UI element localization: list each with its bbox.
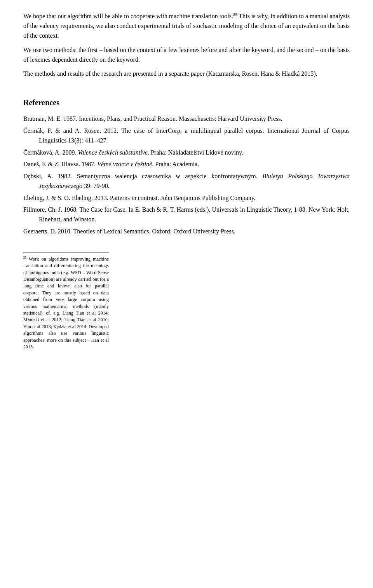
paragraph-2: We use two methods: the first – based on…: [23, 45, 350, 65]
ref-item-cermak: Čermák, F. & and A. Rosen. 2012. The cas…: [23, 126, 350, 146]
footnote-number: 25: [23, 256, 26, 259]
references-section: References Bratman, M. E. 1987. Intentio…: [23, 98, 350, 237]
references-list: Bratman, M. E. 1987. Intentions, Plans, …: [23, 114, 350, 237]
ref-danes-text: Daneš, F. & Z. Hlavsa. 1987. Větné vzorc…: [23, 161, 199, 167]
ref-bratman-text: Bratman, M. E. 1987. Intentions, Plans, …: [23, 115, 282, 122]
para3-text: We use two methods: the first – based on…: [23, 47, 350, 63]
ref-fillmore-text: Fillmore, Ch. J. 1968. The Case for Case…: [23, 206, 350, 223]
footnote-ref-25: 25: [233, 12, 237, 17]
ref-ebeling-text: Ebeling, J. & S. O. Ebeling. 2013. Patte…: [23, 195, 256, 201]
para1-text: We hope that our algorithm will be able …: [23, 13, 233, 19]
paragraph-1: We hope that our algorithm will be able …: [23, 12, 350, 41]
ref-debski-text: Dębski, A. 1982. Semantyczna walencja cz…: [23, 173, 350, 189]
footnote-text: 25 Work on algorithms improving machine …: [23, 256, 109, 350]
footnote-body: Work on algorithms improving machine tra…: [23, 256, 109, 350]
main-text-block: We hope that our algorithm will be able …: [23, 12, 350, 79]
ref-item-cermakova: Čermáková, A. 2009. Valence českých subs…: [23, 148, 350, 158]
page-container: We hope that our algorithm will be able …: [0, 0, 373, 366]
ref-item-danes: Daneš, F. & Z. Hlavsa. 1987. Větné vzorc…: [23, 160, 350, 169]
ref-item-fillmore: Fillmore, Ch. J. 1968. The Case for Case…: [23, 205, 350, 224]
ref-geeraerts-text: Geeraerts, D. 2010. Theories of Lexical …: [23, 228, 235, 235]
ref-item-ebeling: Ebeling, J. & S. O. Ebeling. 2013. Patte…: [23, 193, 350, 203]
para4-text: The methods and results of the research …: [23, 70, 317, 77]
ref-item-geeraerts: Geeraerts, D. 2010. Theories of Lexical …: [23, 227, 350, 237]
ref-item-bratman: Bratman, M. E. 1987. Intentions, Plans, …: [23, 114, 350, 124]
ref-item-debski: Dębski, A. 1982. Semantyczna walencja cz…: [23, 172, 350, 191]
paragraph-3: The methods and results of the research …: [23, 69, 350, 79]
footnote-section: 25 Work on algorithms improving machine …: [23, 252, 109, 350]
ref-cermak-text: Čermák, F. & and A. Rosen. 2012. The cas…: [23, 127, 350, 144]
ref-cermakova-text: Čermáková, A. 2009. Valence českých subs…: [23, 149, 243, 156]
references-title: References: [23, 98, 350, 107]
